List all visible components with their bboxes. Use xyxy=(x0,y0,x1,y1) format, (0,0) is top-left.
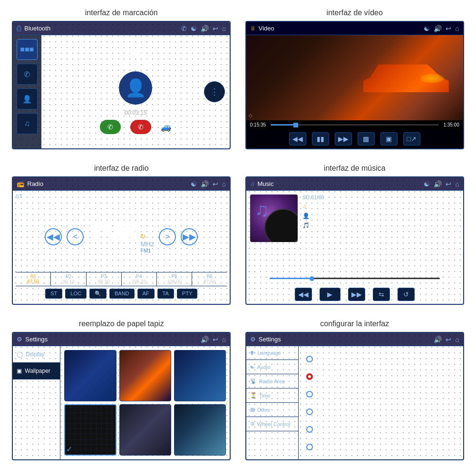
caller-name: Jimmy xyxy=(122,50,149,60)
music-shuffle-btn[interactable]: ⇆ xyxy=(373,288,390,301)
topbar-right: 🔊 ↩ ⌂ xyxy=(434,336,459,343)
preset-1[interactable]: P1 87.50 xyxy=(16,272,51,286)
video-progress-track[interactable] xyxy=(271,124,439,126)
music-content: ♫ SD:01/80 ♫ 1. We are the world 👤 Micha… xyxy=(246,191,463,304)
audio-label: Audio xyxy=(257,364,271,370)
volume-icon: 🔊 xyxy=(434,25,442,32)
radio-next-btn[interactable]: > xyxy=(159,228,176,245)
lang-spanish[interactable]: Español xyxy=(306,371,456,382)
settings-lang-sidebar: 🗣 Language ☯ Audio 📡 Radio Area ⏳ Time xyxy=(246,346,299,459)
wallpaper-2[interactable] xyxy=(119,350,171,401)
video-pause-btn[interactable]: ▮▮ xyxy=(312,132,329,146)
lang-portuguese-radio[interactable] xyxy=(306,426,313,433)
radio-st-btn[interactable]: ST xyxy=(45,289,62,299)
back-icon: ↩ xyxy=(213,336,218,343)
video-screenshot-btn[interactable]: ▣ xyxy=(380,132,398,146)
wallpaper-4[interactable]: ✓ xyxy=(64,404,116,456)
home-icon: ⌂ xyxy=(455,336,459,343)
radio-frequency: 87.50 xyxy=(88,220,138,243)
radio-af-btn[interactable]: AF xyxy=(137,289,155,299)
keypad-sidebar-btn[interactable]: ■■■ xyxy=(17,39,38,60)
video-skip-fwd-btn[interactable]: ▶▶ xyxy=(335,132,352,146)
home-icon: ⌂ xyxy=(222,336,226,343)
time-label: Time xyxy=(259,393,271,398)
lang-russian-radio[interactable] xyxy=(306,408,313,415)
settings-display-item[interactable]: ◯ Display xyxy=(13,346,60,363)
music-progress-fill xyxy=(270,278,312,279)
loop-icon: ↻ xyxy=(140,233,146,240)
back-icon: ↩ xyxy=(213,25,218,32)
preset-3[interactable]: P3 98.10 xyxy=(87,272,122,286)
radio-skip-start-btn[interactable]: ◀◀ xyxy=(45,228,62,245)
video-skip-back-btn[interactable]: ◀◀ xyxy=(289,132,306,146)
lang-menu-other[interactable]: ▦ Other xyxy=(246,403,298,417)
lang-french[interactable]: Français xyxy=(306,389,456,399)
lang-portuguese[interactable]: português xyxy=(306,424,456,435)
music-prev-btn[interactable]: ◀◀ xyxy=(295,288,312,301)
home-icon: ⌂ xyxy=(455,25,459,32)
radio-band-btn[interactable]: BAND xyxy=(109,289,135,299)
music-next-btn[interactable]: ▶▶ xyxy=(348,288,365,301)
language-label: Language xyxy=(258,350,281,356)
preset-4[interactable]: P4 106.10 xyxy=(122,272,157,286)
wallpaper-1[interactable] xyxy=(64,350,116,401)
lang-urdu-radio[interactable] xyxy=(306,444,313,450)
music-artist-row: 👤 Michael Jackson xyxy=(302,213,459,219)
language-icon: 🗣 xyxy=(250,350,255,356)
caller-avatar: 👤 xyxy=(119,71,152,105)
genre-icon: 🎵 xyxy=(302,222,310,229)
preset-5[interactable]: P5 108.00 xyxy=(157,272,192,286)
audio-icon: ☯ xyxy=(250,364,255,370)
mhz-label: MHz xyxy=(140,240,154,248)
caller-number: 13805122002 xyxy=(112,60,159,68)
music-progress-track[interactable] xyxy=(270,278,440,279)
lang-urdu[interactable]: اردو xyxy=(306,442,456,452)
radio-icon: 📻 xyxy=(17,180,24,187)
radio-loc-btn[interactable]: LOC xyxy=(65,289,87,299)
lang-english[interactable]: English xyxy=(306,354,456,364)
preset-2[interactable]: P2 90.10 xyxy=(51,272,86,286)
volume-icon: 🔊 xyxy=(434,180,442,188)
decline-btn[interactable]: ✆ xyxy=(130,120,151,134)
radio-skip-end-btn[interactable]: ▶▶ xyxy=(181,228,198,245)
back-icon: ↩ xyxy=(446,180,451,188)
settings-lang-layout: 🗣 Language ☯ Audio 📡 Radio Area ⏳ Time xyxy=(246,346,463,459)
wallpaper-3[interactable] xyxy=(174,350,226,401)
wallpaper-label: Wallpaper xyxy=(25,368,50,374)
preset-3-num: P3 xyxy=(87,274,121,279)
music-repeat-btn[interactable]: ↺ xyxy=(398,288,415,301)
lang-menu-language[interactable]: 🗣 Language xyxy=(246,346,298,360)
accept-btn[interactable]: ✆ xyxy=(100,120,121,134)
video-playlist-btn[interactable]: ▩ xyxy=(358,132,375,146)
topbar-right: 🔊 ↩ ⌂ xyxy=(201,336,226,343)
preset-6[interactable]: P6 87.50 xyxy=(192,272,227,286)
music-play-btn[interactable]: ▶ xyxy=(320,288,340,301)
display-label: Display xyxy=(26,351,44,358)
volume-icon: 🔊 xyxy=(201,180,209,188)
radio-pty-btn[interactable]: PTY xyxy=(177,289,197,299)
contacts-sidebar-btn[interactable]: 👤 xyxy=(17,88,38,109)
radio-ta-btn[interactable]: TA xyxy=(157,289,174,299)
wallpaper-6[interactable] xyxy=(174,404,226,456)
keypad-btn[interactable]: ⋮ xyxy=(204,81,225,102)
car-audio-btn[interactable]: 🚙 xyxy=(161,122,171,132)
lang-menu-radio[interactable]: 📡 Radio Area xyxy=(246,374,298,389)
lang-spanish-radio[interactable] xyxy=(306,373,313,380)
music-sidebar-btn[interactable]: ♫ xyxy=(17,113,38,134)
call-sidebar-btn[interactable]: ✆ xyxy=(17,64,38,85)
wallpaper-5[interactable] xyxy=(119,404,171,456)
radio-search-btn[interactable]: 🔍 xyxy=(89,289,107,299)
bluetooth-sidebar: ■■■ ✆ 👤 ♫ xyxy=(13,35,41,148)
video-fullscreen-btn[interactable]: □↗ xyxy=(403,132,420,146)
eq-icon: ☯ xyxy=(191,25,197,32)
lang-menu-wheel[interactable]: ⚙ Wheel Control xyxy=(246,417,298,431)
lang-russian[interactable]: Русский xyxy=(306,407,456,417)
lang-menu-audio[interactable]: ☯ Audio xyxy=(246,360,298,374)
lang-french-radio[interactable] xyxy=(306,391,313,398)
radio-prev-btn[interactable]: < xyxy=(67,228,84,245)
settings-wallpaper-item[interactable]: ▣ Wallpaper xyxy=(13,363,60,379)
avatar-icon: 👤 xyxy=(125,78,146,98)
preset-3-freq: 98.10 xyxy=(87,279,121,284)
lang-english-radio[interactable] xyxy=(306,356,313,362)
lang-menu-time[interactable]: ⏳ Time xyxy=(246,389,298,403)
